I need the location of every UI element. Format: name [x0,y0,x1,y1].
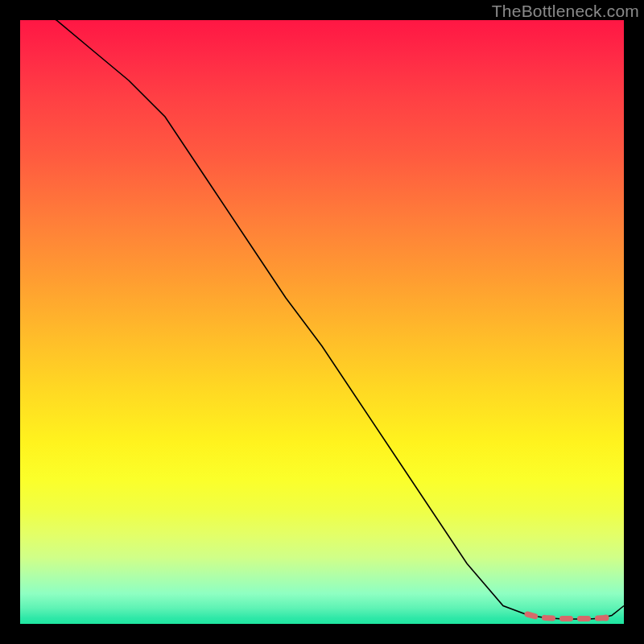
bottleneck-curve [20,0,624,619]
chart-frame: TheBottleneck.com [0,0,644,644]
optimal-point-marker [603,615,609,621]
watermark-text: TheBottleneck.com [492,2,639,21]
plot-area [20,20,624,624]
plot-svg [20,20,624,624]
